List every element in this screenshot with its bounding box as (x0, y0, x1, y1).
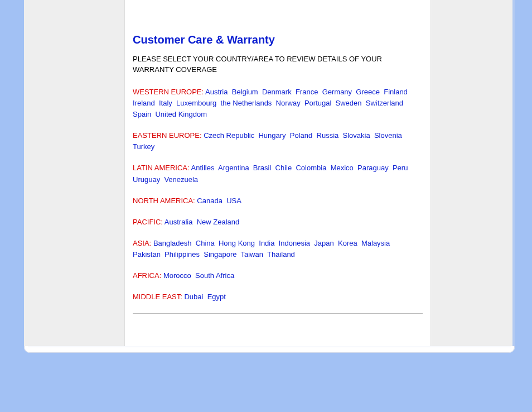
country-link[interactable]: Dubai (184, 293, 203, 301)
country-link[interactable]: Austria (205, 88, 228, 96)
country-link[interactable]: Sweden (336, 99, 362, 107)
country-link[interactable]: Egypt (207, 293, 226, 301)
region-label: EASTERN EUROPE: (133, 131, 202, 140)
right-sidebar (431, 0, 515, 346)
country-link[interactable]: Switzerland (366, 99, 403, 107)
bottom-rule (28, 347, 511, 347)
country-link[interactable]: the Netherlands (221, 99, 272, 107)
country-link[interactable]: Canada (197, 197, 223, 205)
country-link[interactable]: Taiwan (241, 250, 263, 258)
country-link[interactable]: Hong Kong (219, 239, 255, 247)
region-block: LATIN AMERICA: Antilles Argentina Brasil… (133, 162, 423, 185)
region-block: EASTERN EUROPE: Czech Republic Hungary P… (133, 130, 423, 152)
region-label: ASIA: (133, 239, 151, 247)
country-link[interactable]: Peru (393, 164, 408, 172)
region-label: NORTH AMERICA: (133, 197, 195, 205)
country-link[interactable]: China (196, 239, 215, 247)
country-link[interactable]: Singapore (204, 250, 236, 258)
country-link[interactable]: Thailand (267, 250, 295, 258)
country-link[interactable]: Malaysia (361, 239, 390, 247)
country-link[interactable]: South Africa (195, 271, 234, 280)
region-block: MIDDLE EAST: Dubai Egypt (133, 291, 423, 303)
country-link[interactable]: Argentina (218, 164, 249, 172)
page-title: Customer Care & Warranty (133, 33, 423, 46)
country-link[interactable]: Finland (384, 88, 408, 96)
instruction-text: PLEASE SELECT YOUR COUNTRY/AREA TO REVIE… (133, 54, 423, 75)
country-link[interactable]: Greece (356, 88, 380, 96)
country-link[interactable]: Brasil (253, 164, 272, 172)
country-link[interactable]: Uruguay (133, 175, 160, 184)
country-link[interactable]: Germany (322, 88, 352, 96)
country-link[interactable]: United Kingdom (155, 110, 207, 118)
country-link[interactable]: Slovenia (374, 131, 402, 140)
country-link[interactable]: Pakistan (133, 250, 161, 258)
region-label: AFRICA: (133, 271, 161, 280)
country-link[interactable]: Czech Republic (204, 131, 254, 140)
country-link[interactable]: India (259, 239, 274, 247)
country-link[interactable]: Morocco (163, 271, 191, 280)
region-label: PACIFIC: (133, 218, 163, 226)
country-link[interactable]: Denmark (262, 88, 292, 96)
region-block: AFRICA: Morocco South Africa (133, 270, 423, 281)
country-link[interactable]: Colombia (296, 164, 326, 172)
country-link[interactable]: Spain (133, 110, 151, 118)
country-link[interactable]: France (296, 88, 318, 96)
region-label: MIDDLE EAST: (133, 293, 182, 301)
region-block: WESTERN EUROPE: Austria Belgium Denmark … (133, 87, 423, 120)
country-link[interactable]: Indonesia (279, 239, 310, 247)
country-link[interactable]: USA (226, 197, 241, 205)
country-link[interactable]: Luxembourg (176, 99, 216, 107)
region-label: LATIN AMERICA: (133, 164, 190, 172)
country-link[interactable]: Korea (338, 239, 357, 247)
region-block: PACIFIC: Australia New Zealand (133, 217, 423, 228)
region-label: WESTERN EUROPE: (133, 88, 204, 96)
country-link[interactable]: Venezuela (164, 175, 198, 184)
country-link[interactable]: Philippines (165, 250, 200, 258)
country-link[interactable]: Australia (165, 218, 193, 226)
country-link[interactable]: Chile (275, 164, 292, 172)
country-link[interactable]: Bangladesh (153, 239, 192, 247)
country-link[interactable]: Portugal (304, 99, 331, 107)
country-link[interactable]: Italy (159, 99, 172, 107)
region-block: ASIA: Bangladesh China Hong Kong India I… (133, 238, 423, 260)
region-block: NORTH AMERICA: Canada USA (133, 195, 423, 207)
country-link[interactable]: Hungary (258, 131, 286, 140)
country-link[interactable]: Paraguay (357, 164, 389, 172)
country-link[interactable]: Belgium (232, 88, 258, 96)
main-content: Customer Care & Warranty PLEASE SELECT Y… (125, 0, 431, 346)
country-link[interactable]: Mexico (331, 164, 354, 172)
divider (133, 313, 423, 314)
decor-stripe-right (512, 0, 515, 346)
country-link[interactable]: Ireland (133, 99, 155, 107)
left-sidebar (24, 0, 125, 346)
region-list: WESTERN EUROPE: Austria Belgium Denmark … (133, 87, 423, 303)
country-link[interactable]: New Zealand (197, 218, 240, 226)
country-link[interactable]: Turkey (133, 142, 154, 151)
country-link[interactable]: Japan (314, 239, 333, 247)
country-link[interactable]: Poland (290, 131, 312, 140)
country-link[interactable]: Antilles (191, 164, 215, 172)
country-link[interactable]: Slovakia (343, 131, 370, 140)
country-link[interactable]: Norway (276, 99, 301, 107)
country-link[interactable]: Russia (317, 131, 339, 140)
